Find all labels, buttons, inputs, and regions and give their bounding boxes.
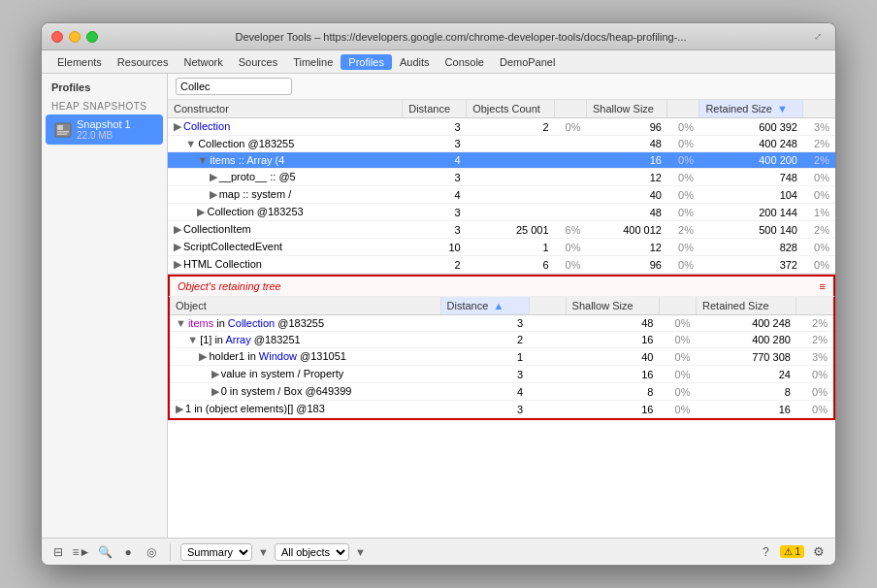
tree-indent [174, 154, 197, 166]
table-row[interactable]: ▶HTML Collection 2 6 0% 96 0% 372 0% [168, 256, 835, 274]
ret-cell-retained: 400 280 [697, 332, 796, 348]
row-name: Collection @183253 [207, 206, 303, 217]
menu-sources[interactable]: Sources [231, 54, 285, 70]
panel-icon[interactable]: ⊟ [49, 543, 67, 561]
snapshot-icon [53, 122, 73, 138]
table-row[interactable]: ▶holder1 in Window @131051 1 40 0% 770 3… [170, 348, 833, 366]
cell-objects [467, 136, 555, 152]
table-row[interactable]: ▼items :: Array (4 4 16 0% 400 200 2% [168, 152, 835, 169]
tree-arrow-icon[interactable]: ▶ [211, 385, 219, 397]
dropdown-arrow-icon: ▼ [258, 546, 269, 558]
resize-icon: ⤢ [814, 31, 826, 43]
upper-table: Constructor Distance Objects Count Shall… [168, 100, 835, 275]
tree-arrow-icon[interactable]: ▶ [210, 171, 217, 182]
tree-arrow-icon[interactable]: ▼ [187, 334, 198, 345]
menu-profiles[interactable]: Profiles [341, 54, 392, 70]
ret-cell-retained-pct: 2% [796, 315, 833, 332]
menu-audits[interactable]: Audits [392, 54, 438, 70]
table-row[interactable]: ▶value in system / Property 3 16 0% 24 0… [170, 366, 833, 383]
ret-cell-object: ▼[1] in Array @183251 [170, 332, 440, 348]
ret-col-retainedpct [796, 297, 833, 315]
settings-icon[interactable]: ⚙ [810, 543, 828, 561]
cell-retained: 600 392 [699, 118, 803, 136]
sidebar-title: Profiles [42, 74, 167, 97]
table-row[interactable]: ▶CollectionItem 3 25 001 6% 400 012 2% 5… [168, 221, 835, 239]
record-icon[interactable]: ● [119, 543, 137, 561]
cell-distance: 2 [403, 256, 467, 274]
tree-arrow-icon[interactable]: ▶ [174, 223, 181, 235]
help-icon[interactable]: ? [757, 543, 774, 561]
table-header-row: Constructor Distance Objects Count Shall… [168, 100, 835, 118]
ret-col-shallowpct [659, 297, 696, 315]
ret-cell-retained: 400 248 [697, 315, 796, 332]
table-row[interactable]: ▼items in Collection @183255 3 48 0% 400… [170, 315, 833, 332]
sidebar-item-snapshot1[interactable]: Snapshot 1 22.0 MB [46, 114, 163, 145]
menu-resources[interactable]: Resources [110, 54, 177, 70]
ret-cell-shallow: 16 [566, 401, 659, 418]
minimize-button[interactable] [69, 31, 81, 43]
maximize-button[interactable] [86, 31, 98, 43]
table-row[interactable]: ▼[1] in Array @183251 2 16 0% 400 280 2% [170, 332, 833, 348]
menu-elements[interactable]: Elements [49, 54, 110, 70]
clear-icon[interactable]: ◎ [143, 543, 160, 561]
close-button[interactable] [51, 31, 63, 43]
col-header-retainedpct [803, 100, 835, 118]
ret-col-shallow: Shallow Size [566, 297, 659, 315]
cell-objects: 1 [467, 239, 555, 256]
cell-distance: 4 [403, 152, 467, 169]
tree-arrow-icon[interactable]: ▶ [174, 120, 181, 132]
row-name: value in system / Property [221, 368, 344, 379]
menu-timeline[interactable]: Timeline [285, 54, 341, 70]
tree-arrow-icon[interactable]: ▼ [185, 138, 196, 149]
tree-arrow-icon[interactable]: ▶ [211, 368, 219, 379]
content-area: Constructor Distance Objects Count Shall… [168, 74, 835, 538]
row-name: 1 in (object elements)[] @183 [185, 403, 325, 414]
cell-shallow: 48 [586, 204, 666, 221]
col-header-retained[interactable]: Retained Size ▼ [699, 100, 803, 118]
menu-demopanel[interactable]: DemoPanel [492, 54, 563, 70]
menu-console[interactable]: Console [438, 54, 492, 70]
ret-cell-shallow: 48 [566, 315, 659, 332]
tree-arrow-icon[interactable]: ▶ [174, 258, 181, 270]
table-row[interactable]: ▶map :: system / 4 40 0% 104 0% [168, 186, 835, 204]
ret-cell-retained: 16 [697, 401, 796, 418]
retaining-table-body: ▼items in Collection @183255 3 48 0% 400… [170, 315, 833, 418]
ret-col-distance[interactable]: Distance ▲ [440, 297, 529, 315]
ret-cell-retained-pct: 0% [796, 401, 833, 418]
tree-arrow-icon[interactable]: ▼ [176, 317, 186, 329]
table-row[interactable]: ▶0 in system / Box @649399 4 8 0% 8 0% [170, 383, 833, 401]
cell-shallow: 96 [586, 256, 666, 274]
cell-obj-pct [555, 204, 587, 221]
tree-arrow-icon[interactable]: ▶ [174, 241, 181, 252]
row-name: [1] in Array @183251 [200, 334, 301, 345]
cell-retained: 500 140 [699, 221, 803, 239]
table-row[interactable]: ▶ScriptCollectedEvent 10 1 0% 12 0% 828 … [168, 239, 835, 256]
col-header-shallowpct [667, 100, 699, 118]
tree-arrow-icon[interactable]: ▼ [197, 154, 208, 166]
cell-shallow-pct: 0% [667, 239, 699, 256]
table-row[interactable]: ▼Collection @183255 3 48 0% 400 248 2% [168, 136, 835, 152]
table-row[interactable]: ▶1 in (object elements)[] @183 3 16 0% 1… [170, 401, 833, 418]
ret-cell-object: ▶holder1 in Window @131051 [170, 348, 440, 366]
cell-retained-pct: 0% [803, 169, 835, 186]
table-row[interactable]: ▶__proto__ :: @5 3 12 0% 748 0% [168, 169, 835, 186]
search-icon[interactable]: 🔍 [96, 543, 114, 561]
cell-distance: 3 [403, 118, 467, 136]
table-row[interactable]: ▶Collection 3 2 0% 96 0% 600 392 3% [168, 118, 835, 136]
all-objects-select[interactable]: All objects [275, 543, 349, 561]
row-name: items in Collection @183255 [188, 317, 324, 329]
tree-indent [174, 188, 210, 200]
tree-arrow-icon[interactable]: ▶ [199, 350, 207, 362]
stack-icon[interactable]: ≡► [73, 543, 90, 561]
row-name: items :: Array (4 [210, 154, 284, 166]
menu-network[interactable]: Network [176, 54, 230, 70]
tree-arrow-icon[interactable]: ▶ [176, 403, 183, 414]
summary-select[interactable]: Summary [180, 543, 252, 561]
svg-rect-1 [57, 125, 63, 130]
table-row[interactable]: ▶Collection @183253 3 48 0% 200 144 1% [168, 204, 835, 221]
filter-input[interactable] [176, 78, 292, 95]
row-name: 0 in system / Box @649399 [221, 385, 352, 397]
tree-arrow-icon[interactable]: ▶ [197, 206, 205, 217]
cell-retained-pct: 0% [803, 186, 835, 204]
tree-arrow-icon[interactable]: ▶ [210, 188, 217, 200]
